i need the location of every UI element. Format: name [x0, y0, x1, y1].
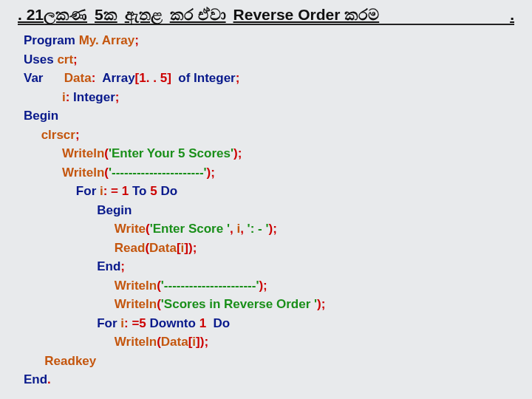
code-block: Program My. Array; Uses crt; Var Data: A… — [18, 31, 514, 389]
title-part-1: . 21ලකණ — [18, 6, 87, 24]
id-data2: Data — [149, 241, 177, 255]
kw-for: For — [76, 184, 96, 198]
dots: . . — [146, 71, 157, 85]
kw-var: Var — [24, 71, 43, 85]
id-crt: crt — [57, 52, 73, 66]
id-writeln3: Writeln — [115, 279, 157, 293]
id-myarray: My. Array — [79, 33, 135, 47]
kw-array: Array — [102, 71, 134, 85]
assign2: : = — [124, 316, 139, 330]
comma1: , — [230, 222, 233, 236]
kw-to: To — [132, 184, 147, 198]
id-readkey: Readkey — [44, 354, 96, 368]
op-sc: ; — [273, 222, 277, 236]
str-scores: 'Enter Your 5 Scores' — [109, 146, 233, 160]
kw-of: of — [178, 71, 190, 85]
title-part-5: Reverse Order කරම — [233, 6, 380, 24]
kw-begin2: Begin — [97, 203, 132, 217]
id-writeln4: Writeln — [115, 297, 157, 311]
op-sc: ; — [120, 259, 125, 273]
op-sc: ; — [321, 297, 326, 311]
kw-integer2: Integer — [73, 90, 115, 104]
n1c: 1 — [200, 316, 206, 330]
kw-downto: Downto — [150, 316, 196, 330]
kw-end: End — [97, 259, 120, 273]
n5c: 5 — [139, 316, 146, 330]
str-cd: ': - ' — [248, 222, 269, 236]
kw-integer: Integer — [194, 71, 236, 85]
title-part-4: කර ඒවා — [170, 6, 226, 24]
op-colon: : — [92, 71, 96, 85]
assign: : = — [103, 184, 118, 198]
kw-program: Program — [24, 33, 75, 47]
kw-uses: Uses — [24, 52, 54, 66]
kw-begin: Begin — [24, 109, 58, 123]
op-colon: : — [66, 90, 70, 104]
str-rev: 'Scores in Reverse Order ' — [161, 297, 317, 311]
op-sc: ; — [115, 90, 120, 104]
id-data: Data — [64, 71, 92, 85]
op-sc: ; — [73, 52, 78, 66]
period: . — [47, 372, 51, 386]
n5: 5 — [160, 71, 167, 85]
id-writeln2: Writeln — [62, 166, 104, 180]
id-data3: Data — [161, 335, 188, 349]
n5b: 5 — [150, 184, 157, 198]
n1b: 1 — [122, 184, 129, 198]
op-sc: ; — [204, 335, 208, 349]
kw-end2: End — [24, 372, 47, 386]
title-part-3: ඇතළ — [125, 6, 163, 24]
op-sc: ; — [75, 128, 80, 142]
n1: 1 — [139, 71, 146, 85]
str-dashes2: '----------------------' — [161, 279, 259, 293]
str-enter: 'Enter Score ' — [150, 222, 230, 236]
str-dashes: '----------------------' — [109, 166, 207, 180]
op-sc: ; — [211, 166, 215, 180]
kw-for2: For — [97, 316, 117, 330]
slide-title: . 21ලකණ 5ක ඇතළ කර ඒවා Reverse Order කරම … — [18, 6, 514, 25]
comma2: , — [240, 222, 244, 236]
op-sc: ; — [193, 241, 197, 255]
title-part-2: 5ක — [95, 6, 117, 24]
op-sc: ; — [238, 146, 242, 160]
id-writeln1: Writeln — [62, 146, 104, 160]
id-write: Write — [115, 222, 146, 236]
op-rb: ] — [167, 71, 171, 85]
id-writeln5: Writeln — [115, 335, 157, 349]
op-sc: ; — [236, 71, 240, 85]
kw-do2: Do — [214, 316, 231, 330]
op-sc: ; — [134, 33, 139, 47]
id-clrscr: clrscr — [41, 128, 75, 142]
title-part-6: . — [510, 6, 514, 24]
id-read: Read — [115, 241, 146, 255]
op-sc: ; — [263, 279, 267, 293]
kw-do: Do — [160, 184, 177, 198]
